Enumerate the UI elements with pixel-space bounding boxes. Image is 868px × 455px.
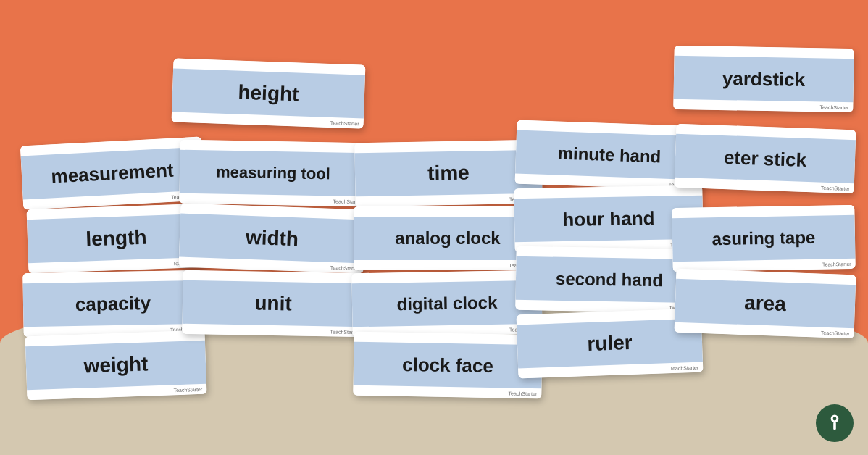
card-digital-clock: digital clock TeachStarter (351, 270, 542, 338)
card-hour-hand-text: hour hand (562, 208, 655, 230)
card-area-text: area (744, 292, 787, 316)
card-width: width TeachStarter (179, 204, 366, 274)
card-weight: weight TeachStarter (25, 330, 207, 401)
card-measuring-tool-text: measuring tool (216, 164, 330, 183)
card-width-text: width (245, 226, 299, 250)
card-second-hand-text: second hand (556, 270, 663, 291)
card-clock-face-text: clock face (402, 354, 493, 377)
card-unit-text: unit (254, 292, 292, 315)
card-digital-clock-text: digital clock (396, 293, 497, 314)
card-time-text: time (427, 162, 470, 185)
card-yardstick: yardstick TeachStarter (673, 46, 854, 112)
svg-point-2 (833, 417, 837, 421)
card-measurement-text: measurement (51, 159, 174, 186)
card-measurement: measurement TeachStarter (20, 137, 204, 210)
logo-icon (824, 412, 846, 434)
card-ruler-text: ruler (587, 332, 633, 356)
card-measuring-tape: asuring tape TeachStarter (672, 205, 855, 272)
card-height: height TeachStarter (172, 58, 366, 128)
card-yardstick-text: yardstick (722, 68, 806, 91)
card-minute-hand-text: minute hand (557, 143, 662, 166)
card-height-text: height (238, 81, 299, 106)
card-meter-stick-text: eter stick (723, 147, 806, 171)
card-area: area TeachStarter (675, 269, 856, 339)
card-length-text: length (85, 226, 147, 251)
card-capacity: capacity TeachStarter (22, 270, 203, 337)
card-weight-text: weight (83, 353, 149, 377)
card-clock-face: clock face TeachStarter (353, 332, 542, 399)
card-meter-stick: eter stick TeachStarter (675, 124, 856, 194)
card-measuring-tool: measuring tool TeachStarter (179, 140, 367, 206)
card-capacity-text: capacity (75, 293, 151, 314)
card-analog-clock-text: analog clock (395, 229, 500, 248)
logo-circle (816, 404, 854, 442)
card-unit: unit TeachStarter (182, 270, 364, 337)
card-measuring-tape-text: asuring tape (711, 228, 815, 249)
svg-rect-1 (833, 422, 836, 430)
